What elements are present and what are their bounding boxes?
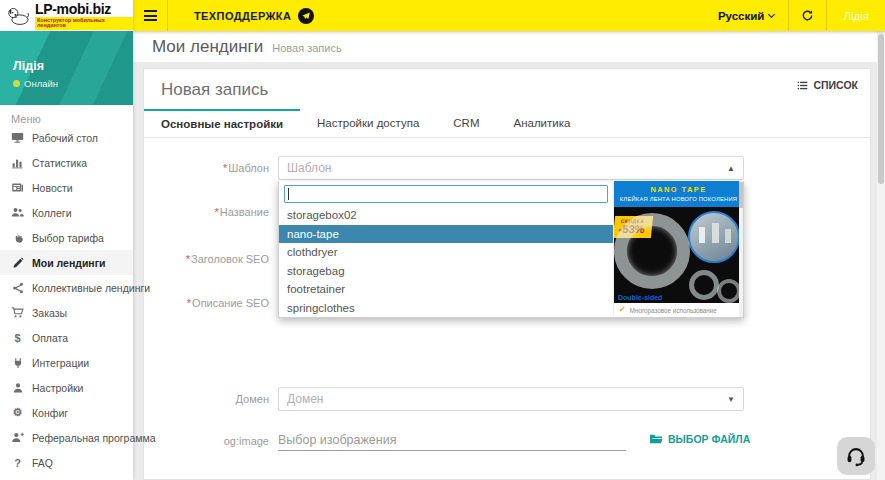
tab-main-settings[interactable]: Основные настройки: [144, 109, 300, 137]
og-image-label: og:image: [144, 435, 269, 447]
sidebar-item-faq[interactable]: ? FAQ: [0, 450, 133, 475]
preview-inset-photo: [688, 211, 740, 263]
refresh-button[interactable]: [789, 0, 826, 31]
sidebar-item-payment[interactable]: $ Оплата: [0, 325, 133, 350]
tab-crm[interactable]: CRM: [436, 109, 496, 137]
support-label: ТЕХПОДДЕРЖКА: [194, 10, 291, 22]
user-profile-panel: Лідія Онлайн: [0, 31, 133, 105]
profile-name: Лідія: [13, 59, 44, 73]
user-plus-icon: [10, 431, 25, 445]
domain-select[interactable]: Домен ▼: [278, 387, 744, 411]
template-select[interactable]: Шаблон ▲: [278, 156, 744, 180]
share-icon: [10, 281, 25, 295]
sidebar-item-desktop[interactable]: Рабочий стол: [0, 125, 133, 150]
check-icon: ✔: [619, 306, 626, 314]
tab-bar: Основные настройки Настройки доступа CRM…: [144, 109, 870, 138]
template-dropdown: storagebox02 nano-tape clothdryer storag…: [278, 181, 744, 318]
sidebar-item-tariff[interactable]: Выбор тарифа: [0, 225, 133, 250]
preview-feature-row: ✔ Многоразовое использование: [614, 303, 743, 317]
scrollbar-thumb[interactable]: [878, 34, 884, 184]
telegram-icon: [298, 8, 314, 24]
caret-down-icon: ▼: [727, 395, 735, 404]
list-icon: [797, 80, 808, 91]
sidebar-item-orders[interactable]: Заказы: [0, 300, 133, 325]
template-search-input[interactable]: [284, 185, 608, 203]
chart-icon: [10, 156, 25, 170]
option-storagebox02[interactable]: storagebox02: [279, 206, 613, 225]
new-record-card: Новая запись СПИСОК Основные настройки Н…: [143, 68, 871, 480]
name-label: Название: [144, 206, 269, 218]
option-springclothes[interactable]: springclothes: [279, 299, 613, 318]
dollar-icon: $: [10, 331, 25, 345]
og-image-input[interactable]: Выбор изображения: [278, 429, 626, 451]
logo-title: LP-mobi.biz: [35, 2, 133, 16]
language-label: Русский: [718, 10, 764, 22]
seo-title-label: Заголовок SEO: [144, 253, 269, 265]
logo-subtitle: Конструктор мобильных лендингов: [35, 17, 133, 30]
tab-access-settings[interactable]: Настройки доступа: [300, 109, 436, 137]
plug-icon: [10, 356, 25, 370]
preview-header: NANO TAPE КЛЕЙКАЯ ЛЕНТА НОВОГО ПОКОЛЕНИЯ: [614, 181, 743, 207]
breadcrumb-section: Мои лендинги: [152, 37, 263, 57]
sidebar-item-integrations[interactable]: Интеграции: [0, 350, 133, 375]
window-scrollbar[interactable]: [877, 31, 885, 480]
preview-product-image: СКИДКА -53% Double-sided: [614, 207, 743, 303]
seo-description-label: Описание SEO: [144, 297, 269, 309]
sidebar-item-my-landings[interactable]: Мои лендинги: [0, 250, 133, 275]
cart-icon: [10, 306, 25, 320]
template-preview: NANO TAPE КЛЕЙКАЯ ЛЕНТА НОВОГО ПОКОЛЕНИЯ…: [613, 181, 743, 317]
sidebar: LP-mobi.biz Конструктор мобильных лендин…: [0, 0, 133, 480]
breadcrumb: Мои лендинги Новая запись: [133, 31, 885, 62]
preview-caption: Double-sided: [618, 294, 662, 301]
preview-subtitle: КЛЕЙКАЯ ЛЕНТА НОВОГО ПОКОЛЕНИЯ: [616, 196, 741, 202]
gears-icon: ⚙: [10, 406, 25, 420]
folder-icon: [649, 433, 663, 445]
card-title: Новая запись: [161, 80, 268, 100]
topbar: ТЕХПОДДЕРЖКА Русский Лідія: [133, 0, 885, 31]
sidebar-item-collective-landings[interactable]: Коллективные лендинги: [0, 275, 133, 300]
tab-analytics[interactable]: Аналитика: [496, 109, 587, 137]
caret-up-icon: ▲: [727, 164, 735, 173]
list-button[interactable]: СПИСОК: [797, 79, 858, 91]
menu-section-label: Меню: [0, 105, 133, 125]
dog-logo-icon: [6, 5, 31, 27]
template-options-panel: storagebox02 nano-tape clothdryer storag…: [279, 181, 613, 317]
sidebar-item-colleagues[interactable]: Коллеги: [0, 200, 133, 225]
option-storagebag[interactable]: storagebag: [279, 262, 613, 281]
online-status-dot: [13, 80, 20, 87]
sidebar-item-statistics[interactable]: Статистика: [0, 150, 133, 175]
pencil-icon: [10, 256, 25, 270]
sidebar-item-news[interactable]: Новости: [0, 175, 133, 200]
hand-pointer-icon: [10, 231, 25, 245]
sidebar-item-config[interactable]: ⚙ Конфиг: [0, 400, 133, 425]
support-chat-button[interactable]: [837, 437, 875, 475]
logo[interactable]: LP-mobi.biz Конструктор мобильных лендин…: [0, 0, 133, 31]
breadcrumb-page: Новая запись: [272, 42, 341, 54]
template-label: Шаблон: [144, 162, 269, 174]
user-icon: [10, 381, 25, 395]
domain-label: Домен: [144, 393, 269, 405]
text-cursor: [288, 188, 289, 200]
preview-title: NANO TAPE: [616, 185, 741, 194]
sidebar-nav: Рабочий стол Статистика Новости Коллеги …: [0, 125, 133, 475]
language-selector[interactable]: Русский: [704, 0, 788, 31]
news-icon: [10, 181, 25, 195]
users-icon: [10, 206, 25, 220]
option-footretainer[interactable]: footretainer: [279, 280, 613, 299]
support-button[interactable]: ТЕХПОДДЕРЖКА: [168, 0, 332, 31]
file-select-button[interactable]: ВЫБОР ФАЙЛА: [649, 433, 750, 445]
option-clothdryer[interactable]: clothdryer: [279, 243, 613, 262]
chevron-down-icon: [768, 10, 775, 17]
preview-scrollbar[interactable]: [739, 181, 743, 317]
question-icon: ?: [10, 456, 25, 470]
option-nano-tape[interactable]: nano-tape: [279, 225, 613, 244]
hamburger-menu-icon[interactable]: [133, 0, 167, 31]
profile-status: Онлайн: [13, 78, 58, 89]
sidebar-item-settings[interactable]: Настройки: [0, 375, 133, 400]
sidebar-item-referral[interactable]: Реферальная программа: [0, 425, 133, 450]
topbar-right: Русский Лідія: [704, 0, 885, 31]
headset-icon: [845, 445, 867, 467]
topbar-username[interactable]: Лідія: [827, 10, 885, 22]
desktop-icon: [10, 131, 25, 145]
refresh-icon: [801, 9, 814, 22]
